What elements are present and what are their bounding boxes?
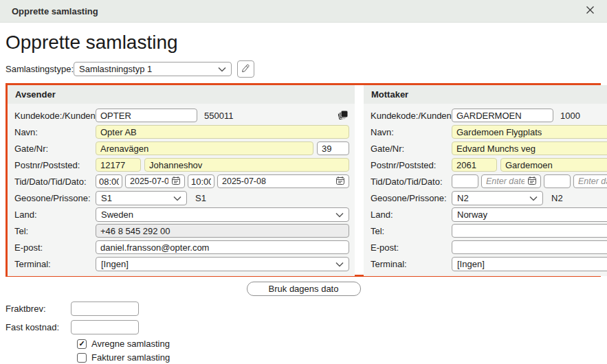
date2-input[interactable]: [218, 177, 334, 186]
gate-input[interactable]: [452, 141, 607, 155]
panel-mottaker: Mottaker Kundekode:/Kundenu 1000: [364, 85, 607, 275]
window-titlebar: Opprette samlasting: [0, 0, 607, 23]
land-value: Norway: [457, 209, 607, 220]
fast-kostnad-label: Fast kostnad:: [5, 322, 71, 332]
postnr-input[interactable]: [452, 158, 497, 172]
geosone-text: N2: [551, 193, 563, 203]
time2-input[interactable]: [544, 174, 571, 188]
samlastingstype-row: Samlastingstype: Samlastningstyp 1: [5, 60, 607, 78]
tid-dato-label: Tid/Dato/Tid/Dato:: [371, 177, 452, 187]
fakturer-checkbox[interactable]: [77, 353, 87, 363]
poststed-input[interactable]: [500, 158, 607, 172]
navn-label: Navn:: [14, 127, 96, 137]
row-land: Land: Norway: [371, 207, 607, 221]
avregne-checkbox[interactable]: ✓: [77, 339, 87, 349]
use-today-date-button[interactable]: Bruk dagens dato: [247, 282, 361, 296]
page-title: Opprette samlasting: [5, 32, 607, 54]
pencil-icon: [241, 64, 250, 75]
time1-input[interactable]: [452, 174, 478, 188]
panel-mottaker-title: Mottaker: [364, 85, 607, 104]
gate-input[interactable]: [96, 141, 313, 155]
copy-stack-icon: [337, 109, 349, 123]
close-icon: [586, 5, 595, 16]
edit-type-button[interactable]: [237, 60, 254, 78]
navn-input[interactable]: [96, 125, 349, 139]
calendar-button[interactable]: [334, 176, 346, 187]
geosone-label: Geosone/Prissone:: [371, 193, 452, 203]
row-gate: Gate/Nr:: [14, 141, 349, 155]
tid-dato-label: Tid/Dato/Tid/Dato:: [14, 177, 96, 187]
chevron-down-icon: [529, 193, 538, 203]
tel-label: Tel:: [371, 226, 452, 236]
kundekode-input[interactable]: [452, 109, 553, 122]
row-kundekode: Kundekode:/Kundenu 550011: [14, 109, 349, 122]
date1-input[interactable]: [482, 177, 526, 186]
date1-field: [481, 174, 541, 188]
epost-label: E-post:: [14, 242, 96, 253]
tel-input[interactable]: [452, 224, 607, 238]
copy-customer-button[interactable]: [337, 109, 349, 123]
tel-input[interactable]: [96, 224, 349, 238]
terminal-select[interactable]: [Ingen]: [96, 257, 349, 271]
epost-input[interactable]: [452, 240, 607, 254]
calendar-icon: [527, 176, 537, 187]
terminal-select[interactable]: [Ingen]: [452, 257, 607, 271]
row-fraktbrev: Fraktbrev:: [5, 302, 607, 316]
terminal-label: Terminal:: [14, 259, 96, 269]
date1-input[interactable]: [126, 177, 170, 186]
row-tid-dato: Tid/Dato/Tid/Dato:: [371, 174, 607, 188]
sender-receiver-frame: Avsender Kundekode:/Kundenu 550011: [5, 83, 601, 277]
postnr-label: Postnr/Poststed:: [14, 160, 96, 170]
kundekode-input[interactable]: [96, 109, 197, 122]
chevron-down-icon: [335, 259, 344, 269]
postnr-input[interactable]: [96, 158, 141, 172]
gate-nr-input[interactable]: [317, 141, 349, 155]
bottom-section: Fraktbrev: Fast kostnad: ✓ Avregne samla…: [0, 302, 607, 364]
fast-kostnad-input[interactable]: [71, 320, 139, 334]
geosone-text: S1: [195, 193, 206, 203]
avregne-checkbox-row: ✓ Avregne samlasting: [77, 339, 607, 349]
land-value: Sweden: [101, 209, 335, 220]
fraktbrev-input[interactable]: [71, 302, 139, 316]
row-epost: E-post:: [14, 240, 349, 254]
date2-field: [217, 174, 349, 188]
row-geosone: Geosone/Prissone: S1 S1: [14, 191, 349, 205]
time2-input[interactable]: [188, 174, 214, 188]
samlastingstype-label: Samlastingstype:: [5, 64, 74, 74]
time1-input[interactable]: [96, 174, 122, 188]
land-select[interactable]: Sweden: [96, 207, 349, 222]
geosone-select[interactable]: N2: [452, 191, 543, 205]
geosone-select[interactable]: S1: [96, 191, 187, 205]
kundenummer-value: 1000: [560, 111, 580, 121]
row-terminal: Terminal: [Ingen]: [371, 257, 607, 271]
close-button[interactable]: [586, 5, 595, 16]
kundekode-label: Kundekode:/Kundenu: [371, 111, 452, 121]
samlastingstype-select[interactable]: Samlastningstyp 1: [74, 62, 232, 76]
gate-label: Gate/Nr:: [371, 144, 452, 154]
window-title: Opprette samlasting: [12, 6, 98, 16]
row-geosone: Geosone/Prissone: N2 N2: [371, 191, 607, 205]
poststed-input[interactable]: [144, 158, 349, 172]
chevron-down-icon: [173, 193, 181, 203]
row-kundekode: Kundekode:/Kundenu 1000: [371, 109, 607, 122]
samlastingstype-value: Samlastningstyp 1: [79, 64, 218, 74]
gate-label: Gate/Nr:: [14, 144, 96, 154]
calendar-button[interactable]: [526, 176, 538, 187]
geosone-value: S1: [101, 193, 173, 203]
row-postnr: Postnr/Poststed:: [371, 158, 607, 172]
date2-input[interactable]: [574, 177, 607, 186]
epost-input[interactable]: [96, 240, 349, 254]
kundekode-label: Kundekode:/Kundenu: [14, 111, 96, 121]
row-tid-dato: Tid/Dato/Tid/Dato:: [14, 174, 349, 188]
navn-input[interactable]: [452, 125, 607, 139]
land-select[interactable]: Norway: [452, 207, 607, 222]
land-label: Land:: [371, 209, 452, 220]
row-navn: Navn:: [371, 125, 607, 139]
chevron-down-icon: [218, 64, 226, 74]
panel-avsender: Avsender Kundekode:/Kundenu 550011: [8, 85, 355, 275]
row-epost: E-post:: [371, 240, 607, 254]
row-navn: Navn:: [14, 125, 349, 139]
postnr-label: Postnr/Poststed:: [371, 160, 452, 170]
tel-label: Tel:: [14, 226, 96, 236]
calendar-button[interactable]: [170, 176, 182, 187]
